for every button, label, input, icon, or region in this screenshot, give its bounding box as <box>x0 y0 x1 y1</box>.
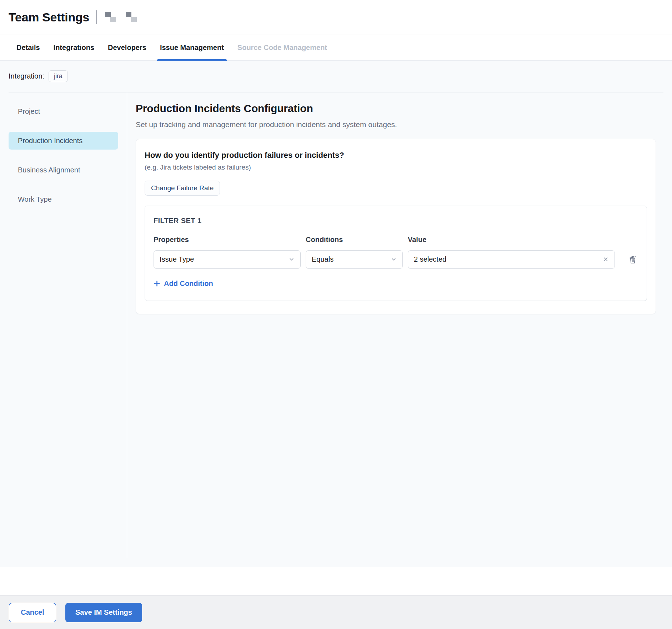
tab-bar: Details Integrations Developers Issue Ma… <box>0 35 672 61</box>
title-separator <box>96 10 97 24</box>
filter-set-title: FILTER SET 1 <box>154 217 638 225</box>
pixel-logo-icon <box>126 12 137 22</box>
chevron-down-icon <box>289 256 295 262</box>
tab-source-code-management[interactable]: Source Code Management <box>235 35 330 60</box>
property-select-value: Issue Type <box>160 255 289 263</box>
condition-select[interactable]: Equals <box>306 250 403 269</box>
conditions-column-label: Conditions <box>306 236 403 244</box>
card-question: How do you identify production failures … <box>145 151 647 160</box>
save-im-settings-button[interactable]: Save IM Settings <box>65 603 142 622</box>
value-column-label: Value <box>408 236 615 244</box>
pixel-square-light <box>110 17 116 22</box>
integration-badge: jira <box>49 70 68 82</box>
section-subtitle: Set up tracking and management for produ… <box>136 120 656 129</box>
clear-x-icon[interactable] <box>603 256 609 262</box>
sidebar-item-business-alignment[interactable]: Business Alignment <box>9 161 118 179</box>
team-settings-page: Team Settings Details Integrations Devel… <box>0 0 672 629</box>
chevron-down-icon <box>391 256 397 262</box>
add-condition-label: Add Condition <box>164 280 213 288</box>
tab-details[interactable]: Details <box>14 35 43 60</box>
top-bar: Team Settings <box>0 0 672 35</box>
tab-developers[interactable]: Developers <box>105 35 149 60</box>
page-title: Team Settings <box>9 10 89 24</box>
value-multiselect-value: 2 selected <box>414 255 599 263</box>
pixel-square-dark <box>126 12 131 17</box>
filter-set-box: FILTER SET 1 Properties Conditions Value… <box>145 206 647 301</box>
section-title: Production Incidents Configuration <box>136 102 656 115</box>
cancel-button[interactable]: Cancel <box>9 603 56 622</box>
settings-sidebar: Project Production Incidents Business Al… <box>0 92 127 558</box>
add-condition-button[interactable]: Add Condition <box>154 280 213 288</box>
content-body: Project Production Incidents Business Al… <box>0 92 672 558</box>
main-panel: Production Incidents Configuration Set u… <box>127 92 672 558</box>
plus-icon <box>154 280 160 287</box>
pixel-square-dark <box>105 12 111 17</box>
filter-condition-row: Issue Type Equals <box>154 250 638 269</box>
sidebar-item-project[interactable]: Project <box>9 102 118 120</box>
tab-integrations[interactable]: Integrations <box>51 35 97 60</box>
spacer <box>0 567 672 595</box>
pixel-logo-icon <box>105 12 116 22</box>
change-failure-rate-chip[interactable]: Change Failure Rate <box>145 181 220 196</box>
integration-label: Integration: <box>9 72 44 80</box>
sidebar-item-work-type[interactable]: Work Type <box>9 190 118 208</box>
incidents-config-card: How do you identify production failures … <box>136 139 656 314</box>
integration-row: Integration: jira <box>0 61 672 92</box>
property-select[interactable]: Issue Type <box>154 250 301 269</box>
card-hint: (e.g. Jira tickets labeled as failures) <box>145 163 647 171</box>
tab-issue-management[interactable]: Issue Management <box>157 35 227 60</box>
content-section: Integration: jira Project Production Inc… <box>0 61 672 567</box>
sidebar-item-production-incidents[interactable]: Production Incidents <box>9 132 118 150</box>
value-multiselect[interactable]: 2 selected <box>408 250 615 269</box>
filter-column-labels: Properties Conditions Value <box>154 236 638 244</box>
properties-column-label: Properties <box>154 236 301 244</box>
footer-action-bar: Cancel Save IM Settings <box>0 595 672 629</box>
delete-filter-trash-icon[interactable] <box>628 254 638 265</box>
condition-select-value: Equals <box>312 255 391 263</box>
pixel-square-light <box>131 17 137 22</box>
